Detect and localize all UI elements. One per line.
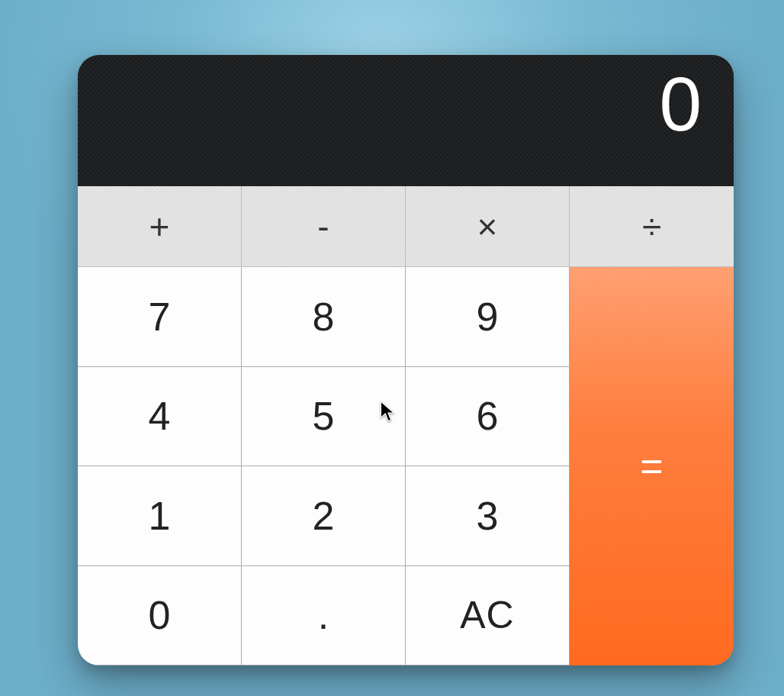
decimal-button[interactable]: . [242,566,406,666]
display: 0 [78,55,734,186]
subtract-button[interactable]: - [242,186,406,267]
divide-button[interactable]: ÷ [570,186,734,267]
digit-2-button[interactable]: 2 [242,466,406,566]
digit-3-button[interactable]: 3 [406,466,570,566]
digit-5-button[interactable]: 5 [242,367,406,467]
calculator: 0 + - × ÷ 7 8 9 4 5 6 1 2 3 0 . AC = [78,55,734,665]
add-button[interactable]: + [78,186,242,267]
digit-7-button[interactable]: 7 [78,267,242,367]
multiply-button[interactable]: × [406,186,570,267]
digit-1-button[interactable]: 1 [78,466,242,566]
operator-row: + - × ÷ [78,186,734,267]
digit-8-button[interactable]: 8 [242,267,406,367]
display-value: 0 [659,66,702,142]
keypad: 7 8 9 4 5 6 1 2 3 0 . AC = [78,267,734,665]
clear-button[interactable]: AC [406,566,570,666]
digit-6-button[interactable]: 6 [406,367,570,467]
digit-9-button[interactable]: 9 [406,267,570,367]
equals-button[interactable]: = [570,267,734,665]
digit-0-button[interactable]: 0 [78,566,242,666]
digit-4-button[interactable]: 4 [78,367,242,467]
